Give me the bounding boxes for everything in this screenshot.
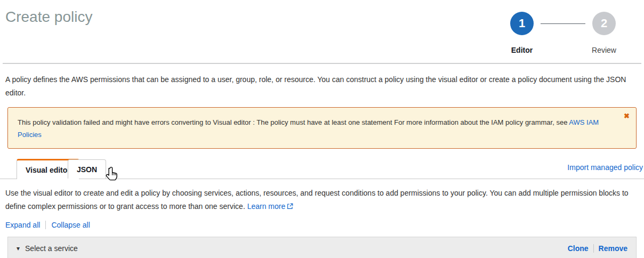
editor-tabs: Visual editor JSON Import managed policy [0, 159, 644, 179]
external-link-icon [287, 200, 293, 214]
step-2-circle: 2 [592, 12, 616, 35]
permission-block-panel: ▾ Select a service Clone Remove [7, 237, 637, 258]
select-service-header[interactable]: ▾ Select a service Clone Remove [8, 237, 636, 258]
tab-json[interactable]: JSON [68, 159, 106, 179]
close-icon[interactable]: ✖ [624, 112, 630, 119]
visual-editor-help: Use the visual editor to create and edit… [5, 187, 639, 214]
expand-all-link[interactable]: Expand all [5, 221, 40, 229]
step-editor: 1 Editor [503, 12, 541, 54]
mouse-cursor-icon [104, 166, 118, 183]
policy-intro-text: A policy defines the AWS permissions tha… [5, 73, 639, 100]
list-controls: Expand all Collapse all [5, 221, 639, 229]
validation-alert: This policy validation failed and might … [7, 107, 637, 149]
clone-link[interactable]: Clone [568, 244, 589, 253]
panel-actions: Clone Remove [568, 244, 627, 253]
import-managed-policy-link[interactable]: Import managed policy [567, 163, 643, 172]
collapse-all-link[interactable]: Collapse all [51, 221, 90, 229]
step-review: 2 Review [585, 12, 623, 54]
step-2-label: Review [592, 46, 616, 54]
chevron-down-icon[interactable]: ▾ [17, 245, 20, 252]
select-service-label: Select a service [25, 244, 78, 253]
tab-visual-editor-label: Visual editor [26, 166, 70, 174]
remove-link[interactable]: Remove [599, 244, 627, 253]
progress-stepper: 1 Editor 2 Review [503, 12, 623, 54]
step-connector-line [541, 23, 585, 24]
tab-json-label: JSON [77, 165, 97, 174]
page-title: Create policy [5, 9, 92, 26]
divider [45, 221, 46, 229]
learn-more-link[interactable]: Learn more [247, 202, 286, 211]
divider [593, 244, 594, 253]
validation-alert-message: This policy validation failed and might … [18, 118, 567, 126]
visual-editor-help-text: Use the visual editor to create and edit… [5, 189, 629, 211]
step-1-label: Editor [511, 46, 533, 54]
step-1-circle: 1 [510, 12, 534, 35]
